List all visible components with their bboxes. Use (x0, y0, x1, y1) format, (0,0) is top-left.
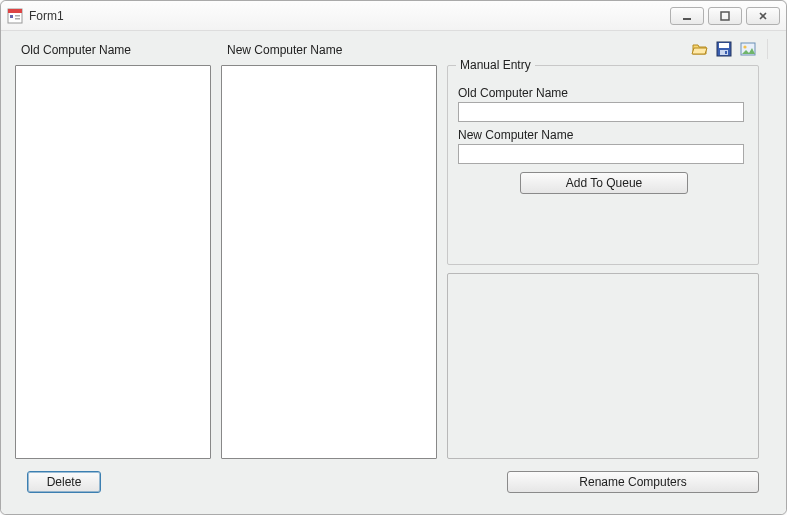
toolbar-separator (767, 39, 768, 59)
old-list-label: Old Computer Name (21, 43, 131, 57)
add-to-queue-button[interactable]: Add To Queue (520, 172, 688, 194)
save-icon[interactable] (715, 40, 733, 58)
rename-computers-button[interactable]: Rename Computers (507, 471, 759, 493)
delete-button[interactable]: Delete (27, 471, 101, 493)
svg-rect-3 (15, 15, 20, 17)
svg-point-12 (743, 45, 746, 48)
client-area: Old Computer Name New Computer Name (1, 31, 786, 514)
manual-old-label: Old Computer Name (458, 86, 568, 100)
manual-entry-groupbox: Manual Entry Old Computer Name New Compu… (447, 65, 759, 265)
maximize-button[interactable] (708, 7, 742, 25)
manual-old-input[interactable] (458, 102, 744, 122)
titlebar[interactable]: Form1 (1, 1, 786, 31)
toolbar (691, 39, 768, 59)
folder-open-icon[interactable] (691, 40, 709, 58)
manual-new-label: New Computer Name (458, 128, 573, 142)
manual-new-input[interactable] (458, 144, 744, 164)
svg-rect-10 (725, 51, 727, 54)
minimize-button[interactable] (670, 7, 704, 25)
new-names-listbox[interactable] (221, 65, 437, 459)
svg-rect-8 (719, 43, 729, 48)
svg-rect-2 (10, 15, 13, 18)
header-row: Old Computer Name New Computer Name (9, 37, 778, 61)
svg-rect-4 (15, 18, 20, 20)
svg-rect-1 (8, 9, 22, 13)
new-list-label: New Computer Name (227, 43, 342, 57)
manual-entry-legend: Manual Entry (456, 58, 535, 72)
old-names-listbox[interactable] (15, 65, 211, 459)
app-icon (7, 8, 23, 24)
window-title: Form1 (29, 9, 64, 23)
close-button[interactable] (746, 7, 780, 25)
output-groupbox (447, 273, 759, 459)
window-frame: Form1 Old Computer Name New Computer Nam… (0, 0, 787, 515)
svg-rect-5 (683, 18, 691, 20)
svg-rect-6 (721, 12, 729, 20)
image-icon[interactable] (739, 40, 757, 58)
